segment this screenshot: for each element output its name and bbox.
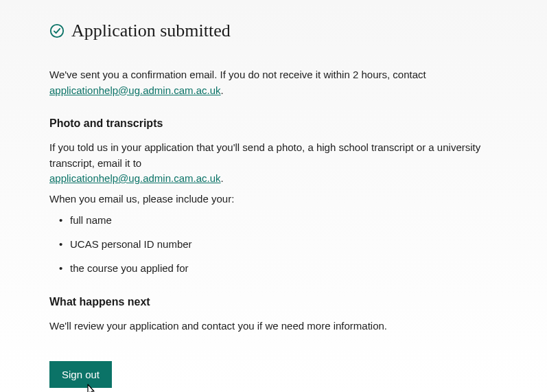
list-item: UCAS personal ID number bbox=[59, 237, 498, 251]
intro-period: . bbox=[221, 84, 224, 96]
intro-block: We've sent you a confirmation email. If … bbox=[49, 67, 498, 97]
svg-point-0 bbox=[51, 25, 63, 37]
photo-email-link[interactable]: applicationhelp@ug.admin.cam.ac.uk bbox=[49, 172, 221, 184]
photo-transcripts-section: Photo and transcripts If you told us in … bbox=[49, 117, 498, 276]
page-header: Application submitted bbox=[49, 21, 498, 41]
list-intro-text: When you email us, please include your: bbox=[49, 193, 498, 205]
list-item: the course you applied for bbox=[59, 261, 498, 275]
intro-text: We've sent you a confirmation email. If … bbox=[49, 67, 498, 83]
next-section-text: We'll review your application and contac… bbox=[49, 318, 498, 334]
button-container: Sign out bbox=[49, 361, 498, 388]
photo-section-title: Photo and transcripts bbox=[49, 117, 498, 130]
contact-email-link[interactable]: applicationhelp@ug.admin.cam.ac.uk bbox=[49, 84, 221, 96]
next-section-title: What happens next bbox=[49, 296, 498, 308]
sign-out-button[interactable]: Sign out bbox=[49, 361, 112, 388]
photo-section-text: If you told us in your application that … bbox=[49, 139, 498, 172]
photo-period: . bbox=[221, 172, 224, 184]
page-title: Application submitted bbox=[71, 21, 231, 41]
include-list: full name UCAS personal ID number the co… bbox=[49, 213, 498, 275]
what-happens-next-section: What happens next We'll review your appl… bbox=[49, 296, 498, 334]
list-item: full name bbox=[59, 213, 498, 227]
check-circle-icon bbox=[49, 23, 65, 38]
